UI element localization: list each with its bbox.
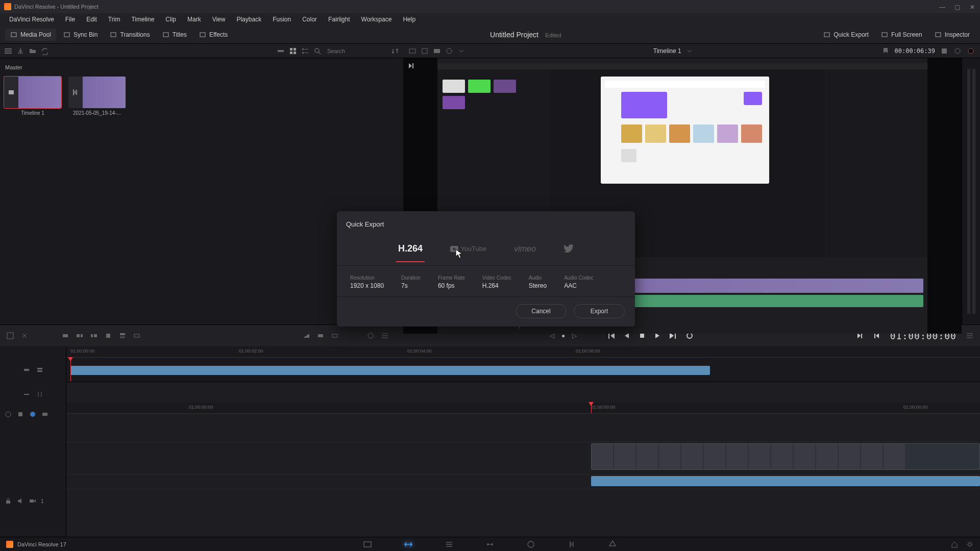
- home-icon[interactable]: [950, 540, 959, 548]
- tools-icon[interactable]: [6, 332, 14, 340]
- menu-playback[interactable]: Playback: [231, 14, 266, 24]
- overview-clip[interactable]: [70, 366, 710, 375]
- dissolve-icon[interactable]: [302, 332, 310, 340]
- marker-icon[interactable]: [881, 47, 890, 55]
- timeline-tracks[interactable]: 01:00:00:0001:00:02:0001:00:04:0001:00:0…: [66, 346, 980, 537]
- menu-file[interactable]: File: [60, 14, 80, 24]
- viewer-timecode[interactable]: 00:00:06:39: [895, 47, 935, 55]
- preset-twitter[interactable]: [556, 240, 581, 258]
- menu-edit[interactable]: Edit: [81, 14, 102, 24]
- menu-davinci-resolve[interactable]: DaVinci Resolve: [4, 14, 59, 24]
- timeline-view-a-icon[interactable]: [22, 366, 31, 374]
- export-button[interactable]: Export: [574, 304, 625, 318]
- menu-fusion[interactable]: Fusion: [267, 14, 296, 24]
- deliver-page-icon[interactable]: [607, 539, 618, 549]
- bypass-icon[interactable]: [953, 47, 962, 55]
- menu-mark[interactable]: Mark: [182, 14, 206, 24]
- menu-clip[interactable]: Clip: [160, 14, 181, 24]
- append-icon[interactable]: [76, 332, 84, 340]
- snap-icon[interactable]: [36, 390, 44, 398]
- bin-list-icon[interactable]: [4, 47, 12, 55]
- overview-playhead[interactable]: [70, 358, 71, 382]
- folder-icon[interactable]: [29, 47, 37, 55]
- safe-area-icon[interactable]: [433, 47, 441, 55]
- sort-icon[interactable]: [391, 47, 399, 55]
- media-clip[interactable]: 2021-05-05_19-14-...: [68, 77, 126, 116]
- tc-options-icon[interactable]: [940, 47, 948, 55]
- duration-icon[interactable]: [41, 410, 49, 418]
- sync-bin-button[interactable]: Sync Bin: [58, 29, 103, 41]
- tl-menu-icon[interactable]: [966, 332, 974, 340]
- quick-export-button[interactable]: Quick Export: [818, 29, 874, 41]
- timeline-name[interactable]: Timeline 1: [653, 47, 681, 55]
- preset-h264[interactable]: H.264: [391, 239, 430, 258]
- timeline-view-b-icon[interactable]: [36, 366, 44, 374]
- track-playhead[interactable]: [591, 403, 592, 413]
- dropdown-icon[interactable]: [457, 47, 465, 55]
- options-icon[interactable]: [381, 332, 389, 340]
- preset-vimeo[interactable]: vimeo: [507, 240, 543, 258]
- loop-icon[interactable]: [967, 47, 975, 55]
- effects-button[interactable]: Effects: [194, 29, 233, 41]
- video-track-2[interactable]: [66, 414, 980, 442]
- resolution-icon[interactable]: [421, 47, 429, 55]
- marker-tool-icon[interactable]: [4, 410, 12, 418]
- track-ruler[interactable]: 01:00:00:00 01:00:00:00 01:00:00:00: [66, 403, 980, 414]
- preset-youtube[interactable]: YouTube: [443, 241, 494, 257]
- chevron-down-icon[interactable]: [685, 47, 694, 55]
- zoom-icon[interactable]: [445, 47, 453, 55]
- sync-icon[interactable]: [366, 332, 375, 340]
- media-clip[interactable]: Timeline 1: [4, 77, 61, 116]
- menu-workspace[interactable]: Workspace: [356, 14, 397, 24]
- cancel-button[interactable]: Cancel: [516, 304, 567, 318]
- cut-page-icon[interactable]: [403, 539, 413, 549]
- boring-detector-icon[interactable]: [408, 47, 416, 55]
- overview-ruler[interactable]: 01:00:00:0001:00:02:0001:00:04:0001:00:0…: [66, 346, 980, 358]
- list-view-icon[interactable]: [301, 47, 309, 55]
- maximize-icon[interactable]: ▢: [954, 4, 961, 10]
- import-icon[interactable]: [16, 47, 24, 55]
- fairlight-page-icon[interactable]: [567, 539, 577, 549]
- lock-icon[interactable]: [4, 497, 12, 505]
- settings-icon[interactable]: [966, 540, 974, 548]
- smart-insert-icon[interactable]: [61, 332, 69, 340]
- edit-page-icon[interactable]: [444, 539, 454, 549]
- video-icon[interactable]: [29, 497, 37, 505]
- inspector-button[interactable]: Inspector: [929, 29, 975, 41]
- transitions-button[interactable]: Transitions: [105, 29, 155, 41]
- timeline-clip[interactable]: [591, 443, 980, 470]
- menu-trim[interactable]: Trim: [103, 14, 126, 24]
- search-icon[interactable]: [313, 47, 322, 55]
- ripple-icon[interactable]: [90, 332, 98, 340]
- minimize-icon[interactable]: —: [939, 4, 945, 10]
- menu-help[interactable]: Help: [398, 14, 421, 24]
- overview-track[interactable]: [66, 358, 980, 382]
- close-icon[interactable]: ✕: [970, 4, 976, 10]
- close-up-icon[interactable]: [104, 332, 112, 340]
- titles-button[interactable]: Titles: [157, 29, 192, 41]
- full-screen-button[interactable]: Full Screen: [876, 29, 927, 41]
- bin-label[interactable]: Master: [4, 62, 399, 72]
- strip-view-icon[interactable]: [277, 47, 285, 55]
- media-pool-button[interactable]: Media Pool: [5, 29, 56, 41]
- menu-color[interactable]: Color: [297, 14, 322, 24]
- grid-view-icon[interactable]: [289, 47, 297, 55]
- blade-icon[interactable]: [20, 332, 29, 340]
- timeline-audio-clip[interactable]: [591, 476, 980, 486]
- video-track-1[interactable]: [66, 442, 980, 475]
- color-icon[interactable]: [29, 410, 37, 418]
- mute-icon[interactable]: [16, 497, 24, 505]
- refresh-icon[interactable]: [41, 47, 49, 55]
- menu-timeline[interactable]: Timeline: [126, 14, 159, 24]
- audio-track-1[interactable]: [66, 475, 980, 489]
- audio-trim-icon[interactable]: [22, 390, 31, 398]
- source-overwrite-icon[interactable]: [133, 332, 141, 340]
- color-page-icon[interactable]: [526, 539, 536, 549]
- smooth-cut-icon[interactable]: [331, 332, 339, 340]
- cut-icon[interactable]: [316, 332, 325, 340]
- place-on-top-icon[interactable]: [118, 332, 127, 340]
- search-input[interactable]: [326, 46, 387, 56]
- media-page-icon[interactable]: [362, 539, 373, 549]
- menu-fairlight[interactable]: Fairlight: [323, 14, 355, 24]
- flag-icon[interactable]: [16, 410, 24, 418]
